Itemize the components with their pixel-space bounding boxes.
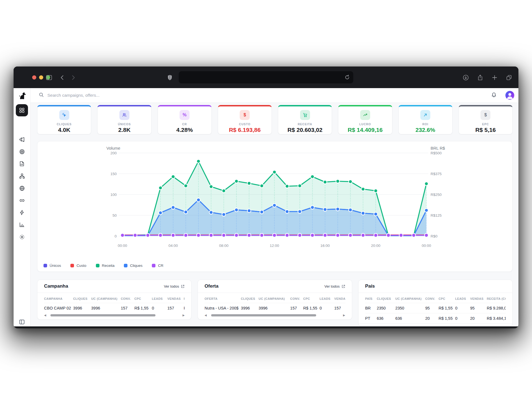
- sidebar-item-campaigns-megaphone[interactable]: [16, 133, 28, 145]
- legend-label: Receita: [102, 264, 115, 268]
- avatar[interactable]: [505, 91, 514, 100]
- table-cell: R$ 1,55: [134, 303, 152, 313]
- svg-text:BRL R$: BRL R$: [431, 146, 445, 150]
- traffic-chart-card: VolumeBRL R$200150100500R$500R$375R$250R…: [37, 141, 513, 272]
- table-header-row: CAMPANHACLIQUESUC (CAMPANHA)CONV.CPCLEAD…: [44, 293, 185, 303]
- main-area: CLIQUES4.0KÚNICOS2.8K%CR4.28%$CUSTOR$ 6.…: [30, 88, 518, 326]
- column-header: OFERTA: [204, 293, 241, 303]
- downloads-icon[interactable]: [462, 74, 469, 82]
- legend-swatch: [44, 264, 47, 267]
- scrollbar-thumb[interactable]: [50, 314, 155, 316]
- column-header: CLIQUES: [377, 293, 395, 303]
- scrollbar-thumb[interactable]: [211, 314, 316, 316]
- kpi-card-receita: RECEITAR$ 20.603,02: [278, 105, 332, 134]
- users-icon: [119, 110, 129, 120]
- table-row: PT63663620R$ 1,55020R$ 3.484,10: [365, 313, 506, 323]
- scrollbar-track[interactable]: [208, 314, 341, 316]
- scrollbar-track[interactable]: [48, 314, 181, 316]
- legend-item-custo[interactable]: Custo: [70, 264, 86, 268]
- table-cell: R$ 1,55: [439, 303, 455, 313]
- table-cell: R$ 1,55: [439, 313, 455, 323]
- svg-text:R$0: R$0: [431, 234, 438, 238]
- sidebar-item-dashboard[interactable]: [16, 104, 28, 116]
- sidebar-item-domains-globe[interactable]: [16, 182, 28, 194]
- table-cell: 2350: [377, 303, 395, 313]
- kpi-card-epc: $EPCR$ 5,16: [459, 105, 513, 134]
- dog-logo[interactable]: [18, 92, 26, 100]
- svg-text:R$500: R$500: [431, 151, 442, 155]
- legend-swatch: [152, 264, 155, 267]
- table-card-país: PaísPAÍSCLIQUESUC (CAMPANHA)CONV.CPCLEAD…: [358, 280, 513, 326]
- svg-text:200: 200: [110, 151, 117, 155]
- scroll-right-icon[interactable]: ▶: [183, 314, 185, 317]
- link-label: Ver todos: [164, 284, 179, 288]
- scroll-right-icon[interactable]: ▶: [343, 314, 345, 317]
- sidebar-item-collapse-panel[interactable]: [16, 316, 28, 328]
- kpi-row: CLIQUES4.0KÚNICOS2.8K%CR4.28%$CUSTOR$ 6.…: [37, 105, 513, 134]
- sidebar-item-settings-gear[interactable]: [16, 231, 28, 243]
- kpi-value: 4.0K: [58, 127, 70, 133]
- sidebar-item-links-chain[interactable]: [16, 194, 28, 206]
- column-header: LEADS: [455, 293, 470, 303]
- table-header-row: PAÍSCLIQUESUC (CAMPANHA)CONV.CPCLEADSVEN…: [365, 293, 506, 303]
- scroll-left-icon[interactable]: ◀: [204, 314, 207, 317]
- svg-text:16:00: 16:00: [320, 244, 330, 248]
- table-cell: 0: [455, 303, 470, 313]
- reload-icon[interactable]: [344, 74, 351, 81]
- legend-item-cr[interactable]: CR: [152, 264, 163, 268]
- table-cell: 2350: [395, 303, 425, 313]
- column-header: CPC: [439, 293, 455, 303]
- share-icon[interactable]: [477, 74, 484, 82]
- table-row-divider: [359, 323, 512, 326]
- table-cell: BR: [365, 303, 377, 313]
- back-icon[interactable]: [59, 74, 66, 81]
- new-tab-icon[interactable]: [491, 74, 498, 82]
- horizontal-scrollbar[interactable]: ◀▶: [198, 313, 352, 319]
- sidebar-item-automation-bolt[interactable]: [16, 206, 28, 219]
- breakdown-tables: CampanhaVer todosCAMPANHACLIQUESUC (CAMP…: [37, 280, 513, 326]
- svg-text:100: 100: [110, 193, 117, 197]
- browser-sidebar-toggle-icon[interactable]: [46, 74, 52, 81]
- sidebar-item-flows-hierarchy[interactable]: [16, 170, 28, 182]
- column-header: CONV.: [290, 293, 303, 303]
- tab-overview-icon[interactable]: [506, 74, 512, 82]
- scroll-left-icon[interactable]: ◀: [44, 314, 46, 317]
- table-cell: 636: [395, 313, 425, 323]
- browser-window: CLIQUES4.0KÚNICOS2.8K%CR4.28%$CUSTOR$ 6.…: [14, 66, 518, 328]
- table-cell: R$ 3.484,10: [487, 313, 506, 323]
- kpi-label: RECEITA: [298, 122, 312, 126]
- column-header: CLIQUES: [241, 293, 259, 303]
- table-cell: 95: [470, 303, 487, 313]
- sidebar: [14, 88, 30, 326]
- table-cell: 3996: [91, 303, 121, 313]
- legend-item-cliques[interactable]: Cliques: [124, 264, 142, 268]
- svg-text:R$125: R$125: [431, 213, 442, 218]
- bell-icon[interactable]: [491, 92, 497, 99]
- legend-swatch: [96, 264, 99, 267]
- topbar: [30, 88, 518, 103]
- sidebar-item-landers-file-code[interactable]: [16, 158, 28, 170]
- forward-icon[interactable]: [70, 74, 76, 81]
- column-header: UC (CAMPANHA): [395, 293, 425, 303]
- legend-item-receita[interactable]: Receita: [96, 264, 115, 268]
- table-cell: 0: [152, 303, 167, 313]
- ver-todos-link[interactable]: Ver todos: [164, 284, 185, 288]
- horizontal-scrollbar[interactable]: ◀▶: [37, 313, 191, 319]
- address-bar[interactable]: [179, 71, 353, 83]
- ver-todos-link[interactable]: Ver todos: [324, 284, 345, 288]
- volume-revenue-chart: VolumeBRL R$200150100500R$500R$375R$250R…: [37, 141, 513, 272]
- table-cell: 636: [377, 313, 395, 323]
- search-input[interactable]: [47, 93, 164, 98]
- legend-label: CR: [158, 264, 163, 268]
- legend-swatch: [70, 264, 74, 267]
- sidebar-item-reports-bar-chart[interactable]: [16, 219, 28, 231]
- search-bar[interactable]: [39, 92, 491, 98]
- minimize-window-button[interactable]: [39, 75, 43, 80]
- column-header: LEADS: [152, 293, 167, 303]
- close-window-button[interactable]: [32, 75, 36, 80]
- legend-item-únicos[interactable]: Únicos: [44, 264, 61, 268]
- kpi-card-únicos: ÚNICOS2.8K: [97, 105, 151, 134]
- sidebar-item-offers-target[interactable]: [16, 145, 28, 158]
- kpi-value: R$ 6.193,86: [229, 127, 260, 133]
- shield-icon[interactable]: [167, 74, 173, 81]
